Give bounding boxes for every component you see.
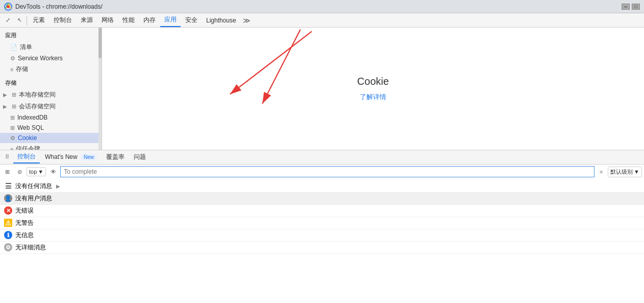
bottom-toolbar: ⠿ 控制台 What's New New 覆盖率 问题 [0, 150, 644, 164]
top-context-arrow: ▼ [38, 169, 43, 175]
console-msg-errors[interactable]: ✕ 无错误 [0, 205, 644, 217]
sidebar-item-storage-label: 存储 [16, 65, 28, 74]
log-level-label: 默认级别 [610, 168, 633, 176]
sidebar-item-web-sql-label: Web SQL [17, 124, 44, 131]
main-panel: Cookie 了解详情 [102, 28, 644, 150]
top-context-label: top [29, 169, 37, 175]
chrome-icon [4, 3, 12, 11]
top-context-selector[interactable]: top ▼ [27, 167, 46, 176]
sidebar-content: 应用 📄 清单 ⚙ Service Workers ≡ 存储 存储 ▶ ⊞ [0, 28, 102, 150]
service-workers-icon: ⚙ [10, 55, 15, 62]
bottom-dock-button[interactable]: ⠿ [2, 152, 12, 162]
warnings-text: 无警告 [15, 219, 34, 227]
sidebar-item-manifest-label: 清单 [20, 43, 32, 52]
more-tabs-button[interactable]: ≫ [241, 16, 253, 25]
cookie-icon: ⚙ [10, 135, 15, 142]
sidebar-item-indexed-db-label: IndexedDB [17, 114, 47, 121]
all-messages-text: 没有任何消息 [15, 182, 52, 191]
errors-icon: ✕ [4, 206, 12, 215]
user-messages-icon: 👤 [4, 194, 12, 202]
cookie-learn-more-link[interactable]: 了解详情 [360, 93, 386, 101]
content-area: 应用 📄 清单 ⚙ Service Workers ≡ 存储 存储 ▶ ⊞ [0, 28, 644, 150]
sidebar-item-storage[interactable]: ≡ 存储 [0, 63, 102, 75]
expand-arrow-local: ▶ [3, 92, 9, 98]
maximize-button[interactable]: □ [632, 4, 640, 10]
console-msg-all[interactable]: ☰ 没有任何消息 ▶ [0, 180, 644, 193]
sidebar-item-local-storage[interactable]: ▶ ⊞ 本地存储空间 [0, 89, 102, 101]
tab-sources[interactable]: 来源 [77, 14, 97, 27]
minimize-button[interactable]: ─ [622, 4, 630, 10]
bottom-tab-console[interactable]: 控制台 [13, 151, 40, 164]
main-toolbar: ⤢ ↖ 元素 控制台 来源 网络 性能 内存 应用 安全 Lighthouse … [0, 13, 644, 28]
bottom-tab-coverage[interactable]: 覆盖率 [102, 151, 129, 163]
session-storage-icon: ⊞ [12, 103, 16, 110]
console-msg-user[interactable]: 👤 没有用户消息 [0, 193, 644, 205]
indexed-db-icon: ⊞ [10, 114, 15, 121]
sidebar-item-trust-tokens-label: 信任令牌 [16, 145, 40, 150]
console-grid-icon[interactable]: ⊞ [2, 167, 12, 177]
whats-new-badge: New [81, 154, 97, 160]
console-msg-info[interactable]: ℹ 无信息 [0, 229, 644, 242]
log-level-selector[interactable]: 默认级别 ▼ [608, 167, 642, 177]
local-storage-icon: ⊞ [12, 91, 16, 98]
svg-line-3 [230, 31, 312, 94]
sidebar-item-indexed-db[interactable]: ⊞ IndexedDB [0, 112, 102, 123]
sidebar-item-trust-tokens[interactable]: ≡ 信任令牌 [0, 143, 102, 150]
sidebar-scrollbar-thumb[interactable] [98, 28, 102, 58]
errors-text: 无错误 [15, 206, 34, 215]
console-eye-icon[interactable]: 👁 [48, 167, 58, 177]
tab-elements[interactable]: 元素 [29, 14, 49, 27]
svg-line-4 [262, 30, 301, 104]
tab-memory[interactable]: 内存 [139, 14, 160, 27]
sidebar-item-web-sql[interactable]: ⊞ Web SQL [0, 123, 102, 133]
sidebar-item-cookie-label: Cookie [18, 134, 37, 142]
console-block-icon[interactable]: ⊘ [14, 167, 24, 177]
tab-console[interactable]: 控制台 [49, 14, 76, 27]
console-msg-verbose[interactable]: ⚙ 无详细消息 [0, 242, 644, 254]
warnings-icon: ⚠ [4, 219, 12, 227]
bottom-tab-issues[interactable]: 问题 [130, 151, 150, 163]
cursor-button[interactable]: ↖ [14, 15, 25, 26]
info-icon: ℹ [4, 231, 12, 239]
window-controls: ─ □ [622, 4, 640, 10]
console-bar: ⊞ ⊘ top ▼ 👁 × 默认级别 ▼ [0, 164, 644, 179]
bottom-tab-whats-new[interactable]: What's New New [41, 152, 101, 162]
dock-button[interactable]: ⤢ [2, 15, 13, 26]
window-title: DevTools - chrome://downloads/ [15, 3, 618, 10]
sidebar: 应用 📄 清单 ⚙ Service Workers ≡ 存储 存储 ▶ ⊞ [0, 28, 102, 150]
verbose-text: 无详细消息 [15, 243, 46, 252]
log-level-arrow: ▼ [634, 169, 639, 175]
cookie-info: Cookie 了解详情 [357, 76, 389, 102]
sidebar-scrollbar[interactable] [98, 28, 102, 150]
section-storage: 存储 [0, 75, 102, 89]
info-text: 无信息 [15, 231, 34, 240]
all-messages-icon: ☰ [4, 182, 12, 190]
sidebar-item-manifest[interactable]: 📄 清单 [0, 41, 102, 53]
tab-network[interactable]: 网络 [97, 14, 118, 27]
sidebar-item-session-storage-label: 会话存储空间 [19, 102, 56, 111]
manifest-icon: 📄 [10, 44, 17, 51]
tab-security[interactable]: 安全 [181, 14, 202, 27]
console-msg-warnings[interactable]: ⚠ 无警告 [0, 217, 644, 229]
verbose-icon: ⚙ [4, 243, 12, 251]
clear-console-input-button[interactable]: × [597, 167, 606, 176]
sidebar-item-session-storage[interactable]: ▶ ⊞ 会话存储空间 [0, 101, 102, 112]
web-sql-icon: ⊞ [10, 125, 15, 131]
title-bar: DevTools - chrome://downloads/ ─ □ [0, 0, 644, 13]
cookie-panel-title: Cookie [357, 76, 389, 87]
tab-lighthouse[interactable]: Lighthouse [202, 15, 240, 26]
tab-performance[interactable]: 性能 [118, 14, 139, 27]
sidebar-item-local-storage-label: 本地存储空间 [19, 90, 56, 99]
storage-icon: ≡ [10, 66, 13, 73]
console-messages: ☰ 没有任何消息 ▶ 👤 没有用户消息 ✕ 无错误 ⚠ 无警告 ℹ 无信息 ⚙ … [0, 179, 644, 304]
toolbar-separator [27, 16, 27, 25]
sidebar-item-service-workers[interactable]: ⚙ Service Workers [0, 53, 102, 63]
sidebar-item-cookie[interactable]: ⚙ Cookie [0, 133, 102, 143]
expand-arrow-all: ▶ [56, 183, 60, 189]
section-application: 应用 [0, 28, 102, 41]
sidebar-item-service-workers-label: Service Workers [18, 55, 63, 62]
tab-application[interactable]: 应用 [160, 13, 181, 27]
trust-tokens-icon: ≡ [10, 146, 13, 150]
console-input[interactable] [60, 166, 595, 177]
expand-arrow-session: ▶ [3, 104, 9, 109]
